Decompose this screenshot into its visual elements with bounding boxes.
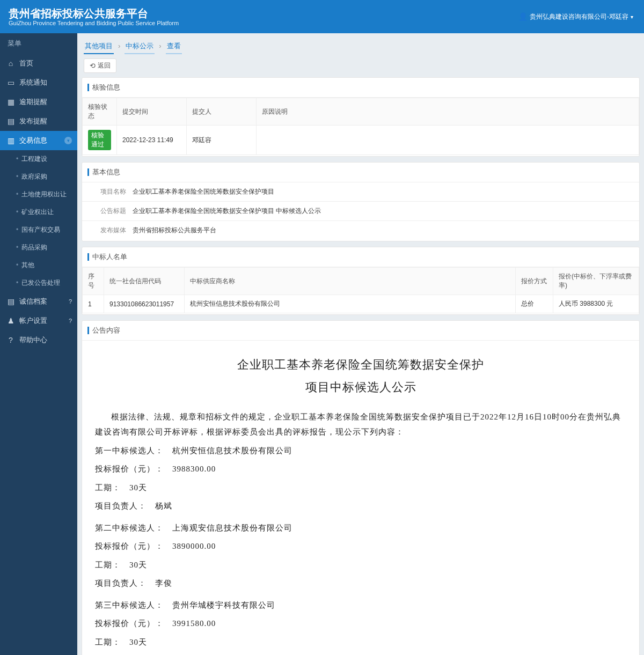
user-icon: 👤: [518, 12, 528, 21]
status-badge: 核验通过: [88, 130, 111, 150]
announce-title-line2: 项目中标候选人公示: [95, 376, 626, 399]
back-button[interactable]: ⟲ 返回: [84, 58, 116, 73]
kv-label: 公告标题: [82, 202, 129, 220]
sidebar-sub-item[interactable]: 工程建设: [0, 150, 77, 168]
nav-trade-sub: 工程建设政府采购土地使用权出让矿业权出让国有产权交易药品采购其他已发公告处理: [0, 150, 77, 292]
info-icon: ?: [69, 298, 72, 305]
kv-value: 企业职工基本养老保险全国统筹数据安全保护项目: [129, 182, 639, 201]
announce-title-line1: 企业职工基本养老保险全国统筹数据安全保护: [95, 354, 626, 376]
kv-value: 企业职工基本养老保险全国统筹数据安全保护项目 中标候选人公示: [129, 202, 639, 220]
candidate-rank: 第二中标候选人： 上海观安信息技术股份有限公司: [95, 520, 626, 536]
help-icon: ?: [6, 336, 15, 344]
nav-home[interactable]: ⌂ 首页: [0, 54, 77, 73]
nav-account-settings[interactable]: ♟ 帐户设置 ?: [0, 311, 77, 330]
table-row: 1913301086623011957杭州安恒信息技术股份有限公司总价人民币 3…: [83, 295, 639, 313]
panel-title: 核验信息: [82, 78, 639, 98]
nav-publish-reminder[interactable]: ▤ 发布提醒: [0, 112, 77, 131]
candidate-rank: 第三中标候选人： 贵州华城楼宇科技有限公司: [95, 598, 626, 613]
announce-intro: 根据法律、法规、规章和招标文件的规定，企业职工基本养老保险全国统筹数据安全保护项…: [95, 409, 626, 440]
sidebar-group-title: 菜单: [0, 33, 77, 54]
kv-label: 项目名称: [82, 182, 129, 201]
verify-table: 核验状态 提交时间 提交人 原因说明 核验通过 2022-12-23 11:49…: [82, 98, 639, 155]
info-icon: ?: [69, 318, 72, 324]
chevron-down-icon: ▾: [631, 14, 633, 20]
kv-value: 贵州省招标投标公共服务平台: [129, 221, 639, 240]
announcement-body: 企业职工基本养老保险全国统筹数据安全保护 项目中标候选人公示 根据法律、法规、规…: [82, 341, 639, 655]
account-icon: ♟: [6, 317, 15, 325]
candidate-duration: 工期： 30天: [95, 480, 626, 496]
app-header: 贵州省招标投标公共服务平台 GuiZhou Province Tendering…: [0, 0, 644, 33]
crumb-view[interactable]: 查看: [166, 39, 182, 54]
back-icon: ⟲: [90, 62, 96, 70]
publish-icon: ▤: [6, 117, 15, 126]
nav-overdue-reminder[interactable]: ▦ 逾期提醒: [0, 92, 77, 112]
sidebar-sub-item[interactable]: 土地使用权出让: [0, 186, 77, 203]
candidate-price: 投标报价（元）： 3991580.00: [95, 616, 626, 631]
table-header-row: 序号 统一社会信用代码 中标供应商名称 报价方式 报价(中标价、下浮率或费率): [83, 268, 639, 295]
sidebar-sub-item[interactable]: 药品采购: [0, 239, 77, 256]
panel-title: 中标人名单: [82, 247, 639, 267]
title-bar-icon: [87, 84, 89, 91]
candidate-duration: 工期： 30天: [95, 635, 626, 650]
kv-label: 发布媒体: [82, 221, 129, 240]
candidate-duration: 工期： 30天: [95, 557, 626, 573]
nav-integrity-archive[interactable]: ▤ 诚信档案 ?: [0, 292, 77, 311]
chevron-right-icon: ›: [159, 42, 161, 52]
table-header-row: 核验状态 提交时间 提交人 原因说明: [83, 98, 639, 126]
candidate-block: 第二中标候选人： 上海观安信息技术股份有限公司投标报价（元）： 3890000.…: [95, 520, 626, 591]
sidebar-sub-item[interactable]: 政府采购: [0, 168, 77, 186]
content-panel: 公告内容 企业职工基本养老保险全国统筹数据安全保护 项目中标候选人公示 根据法律…: [82, 320, 640, 655]
app-title: 贵州省招标投标公共服务平台 GuiZhou Province Tendering…: [9, 7, 179, 26]
table-row: 核验通过 2022-12-23 11:49 邓廷容: [83, 126, 639, 155]
kv-row: 发布媒体贵州省招标投标公共服务平台: [82, 221, 639, 240]
sidebar-sub-item[interactable]: 已发公告处理: [0, 274, 77, 292]
candidate-price: 投标报价（元）： 3890000.00: [95, 539, 626, 554]
collapse-icon[interactable]: ▾: [64, 137, 72, 144]
app-title-en: GuiZhou Province Tendering and Bidding P…: [9, 20, 179, 26]
candidate-rank: 第一中标候选人： 杭州安恒信息技术股份有限公司: [95, 443, 626, 459]
calendar-icon: ▦: [6, 98, 15, 106]
user-menu[interactable]: 👤 贵州弘典建设咨询有限公司-邓廷容 ▾: [518, 12, 633, 21]
sidebar: 菜单 ⌂ 首页 ▭ 系统通知 ▦ 逾期提醒 ▤ 发布提醒 ▥ 交易信息 ▾ 工程…: [0, 33, 77, 655]
nav-system-notice[interactable]: ▭ 系统通知: [0, 73, 77, 92]
crumb-other-projects[interactable]: 其他项目: [84, 39, 114, 54]
candidate-pm: 项目负责人： 杨斌: [95, 498, 626, 514]
crumb-bid-publicity[interactable]: 中标公示: [125, 39, 155, 54]
panel-title: 基本信息: [82, 163, 639, 182]
sidebar-sub-item[interactable]: 矿业权出让: [0, 203, 77, 221]
candidate-pm: 项目负责人： 李俊: [95, 576, 626, 591]
home-icon: ⌂: [6, 59, 15, 68]
title-bar-icon: [87, 168, 89, 176]
breadcrumb: 其他项目 › 中标公示 › 查看: [77, 33, 644, 54]
monitor-icon: ▭: [6, 78, 15, 87]
title-bar-icon: [87, 253, 89, 261]
kv-row: 项目名称企业职工基本养老保险全国统筹数据安全保护项目: [82, 182, 639, 202]
winner-table: 序号 统一社会信用代码 中标供应商名称 报价方式 报价(中标价、下浮率或费率) …: [82, 267, 639, 313]
kv-row: 公告标题企业职工基本养老保险全国统筹数据安全保护项目 中标候选人公示: [82, 202, 639, 221]
candidate-block: 第一中标候选人： 杭州安恒信息技术股份有限公司投标报价（元）： 3988300.…: [95, 443, 626, 514]
chevron-right-icon: ›: [118, 42, 120, 52]
sidebar-sub-item[interactable]: 其他: [0, 256, 77, 274]
basic-panel: 基本信息 项目名称企业职工基本养老保险全国统筹数据安全保护项目公告标题企业职工基…: [82, 162, 640, 241]
candidate-price: 投标报价（元）： 3988300.00: [95, 461, 626, 477]
title-bar-icon: [87, 327, 89, 334]
sidebar-sub-item[interactable]: 国有产权交易: [0, 221, 77, 239]
winner-panel: 中标人名单 序号 统一社会信用代码 中标供应商名称 报价方式 报价(中标价、下浮…: [82, 247, 640, 315]
panel-title: 公告内容: [82, 321, 639, 341]
archive-icon: ▤: [6, 297, 15, 306]
user-name: 贵州弘典建设咨询有限公司-邓廷容: [530, 12, 628, 21]
folder-icon: ▥: [6, 136, 15, 145]
candidate-pm: 项目负责人： 王念: [95, 653, 626, 655]
nav-help-center[interactable]: ? 帮助中心: [0, 330, 77, 350]
app-title-cn: 贵州省招标投标公共服务平台: [9, 7, 179, 20]
candidate-block: 第三中标候选人： 贵州华城楼宇科技有限公司投标报价（元）： 3991580.00…: [95, 598, 626, 655]
nav-trade-info[interactable]: ▥ 交易信息 ▾: [0, 131, 77, 150]
main-content: 其他项目 › 中标公示 › 查看 ⟲ 返回 核验信息 核验状态 提交时间 提交人: [77, 33, 644, 655]
verify-panel: 核验信息 核验状态 提交时间 提交人 原因说明 核验通过 2022-12-23 …: [82, 77, 640, 157]
